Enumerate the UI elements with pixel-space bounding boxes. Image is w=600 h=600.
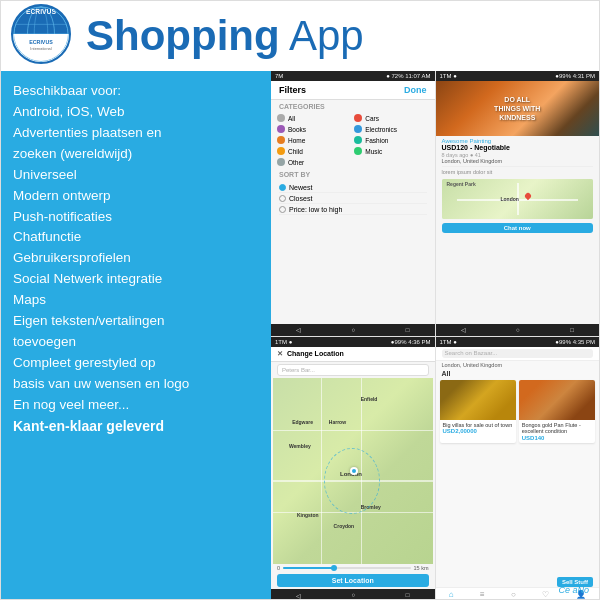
location-header: ✕ Change Location	[271, 347, 435, 362]
cat-home[interactable]: Home	[277, 136, 351, 144]
listing-card-info-2: Bongos gold Pan Flute - excellent condit…	[519, 420, 595, 443]
title-normal: App	[280, 12, 364, 59]
location-search-bar[interactable]: Peters Bar...	[277, 364, 429, 376]
phone-nav-2: ◁ ○ □	[436, 324, 600, 336]
cat-books[interactable]: Books	[277, 125, 351, 133]
range-label: 15 km	[414, 565, 429, 571]
city-kingston: Kingston	[297, 512, 319, 518]
close-icon[interactable]: ✕	[277, 350, 283, 358]
range-slider[interactable]: 0 15 km	[277, 565, 429, 571]
map-road-4	[321, 378, 323, 565]
screen-listings-grid: 1TM ● ●99% 4:35 PM Search on Bazaar... L…	[436, 337, 600, 601]
city-harrow: Harrow	[329, 419, 346, 425]
app-container: ECRIVUS ECRIVUS International Shopping A…	[0, 0, 600, 600]
feature-line-13: toevoegen	[13, 332, 259, 353]
map-road-1	[273, 430, 433, 432]
cat-child[interactable]: Child	[277, 147, 351, 155]
title-bold: Shopping	[86, 12, 280, 59]
listing-card-price-1: USD2,00000	[443, 428, 513, 434]
bazaar-search-input[interactable]: Search on Bazaar...	[442, 349, 594, 358]
feature-line-17: Kant-en-klaar geleverd	[13, 416, 259, 438]
cat-cars[interactable]: Cars	[354, 114, 428, 122]
nav-heart-icon[interactable]: ♡	[542, 590, 549, 599]
feature-line-6: Modern ontwerp	[13, 186, 259, 207]
sort-section: Newest Closest Price: low to high	[271, 180, 435, 217]
svg-text:ECRIVUS: ECRIVUS	[26, 7, 57, 14]
nav-home-icon[interactable]: ⌂	[449, 590, 454, 599]
filters-done[interactable]: Done	[404, 85, 427, 95]
feature-line-2: Android, iOS, Web	[13, 102, 259, 123]
logo-container: ECRIVUS ECRIVUS International	[11, 4, 76, 69]
nav-search-icon[interactable]: ○	[511, 590, 516, 599]
filter-header: Filters Done	[271, 81, 435, 100]
listing-card-image-2	[519, 380, 595, 420]
watermark-text: Ce aNo	[558, 585, 589, 595]
feature-line-15: basis van uw wensen en logo	[13, 374, 259, 395]
cat-music[interactable]: Music	[354, 147, 428, 155]
status-bar-1: 7M ● 72% 11:07 AM	[271, 71, 435, 81]
header-title: Shopping App	[86, 15, 364, 57]
location-search-placeholder: Peters Bar...	[282, 367, 315, 373]
sort-by-label: SORT BY	[271, 168, 435, 180]
feature-line-4: zoeken (wereldwijd)	[13, 144, 259, 165]
cat-all[interactable]: All	[277, 114, 351, 122]
categories-label: CATEGORIES	[271, 100, 435, 112]
slider-track[interactable]	[283, 567, 410, 569]
cat-fashion[interactable]: Fashion	[354, 136, 428, 144]
status-bar-4: 1TM ● ●99% 4:35 PM	[436, 337, 600, 347]
slider-fill	[283, 567, 334, 569]
radius-circle	[324, 448, 380, 513]
chat-now-button[interactable]: Chat now	[442, 223, 594, 233]
listing-card-title-2: Bongos gold Pan Flute - excellent condit…	[522, 422, 592, 435]
listing-card-price-2: USD140	[522, 435, 592, 441]
cat-electronics[interactable]: Electronics	[354, 125, 428, 133]
listing-hero-image: DO ALLTHINGS WITHKINDNESS	[436, 81, 600, 136]
feature-line-9: Gebruikersprofielen	[13, 248, 259, 269]
phone-nav-1: ◁ ○ □	[271, 324, 435, 336]
categories-grid: All Cars Books Electronics	[271, 112, 435, 168]
city-edgware: Edgware	[292, 419, 313, 425]
user-location: London, United Kingdom	[436, 361, 600, 369]
feature-line-14: Compleet gerestyled op	[13, 353, 259, 374]
all-listings-label: All	[436, 369, 600, 378]
listings-header: Search on Bazaar...	[436, 347, 600, 361]
map-label-regent: Regent Park	[447, 181, 476, 187]
screen-filters: 7M ● 72% 11:07 AM Filters Done CATEGORIE…	[271, 71, 435, 336]
feature-line-3: Advertenties plaatsen en	[13, 123, 259, 144]
nav-menu-icon[interactable]: ≡	[480, 590, 485, 599]
feature-line-12: Eigen teksten/vertalingen	[13, 311, 259, 332]
filters-title: Filters	[279, 85, 306, 95]
city-enfield: Enfield	[361, 396, 378, 402]
main-content: Beschikbaar voor: Android, iOS, Web Adve…	[1, 71, 599, 600]
sort-price[interactable]: Price: low to high	[279, 204, 427, 215]
set-location-button[interactable]: Set Location	[277, 574, 429, 587]
phone-nav-3: ◁ ○ □	[271, 589, 435, 600]
left-panel: Beschikbaar voor: Android, iOS, Web Adve…	[1, 71, 271, 600]
right-panel: 7M ● 72% 11:07 AM Filters Done CATEGORIE…	[271, 71, 599, 600]
map-background: Regent Park London	[442, 179, 594, 219]
sort-newest[interactable]: Newest	[279, 182, 427, 193]
listing-card-info-1: Big villas for sale out of town USD2,000…	[440, 420, 516, 437]
location-map[interactable]: Enfield Edgware Wembley Harrow London Br…	[273, 378, 433, 565]
globe-icon: ECRIVUS ECRIVUS International	[12, 6, 70, 62]
listing-card-title-1: Big villas for sale out of town	[443, 422, 513, 429]
logo-circle: ECRIVUS ECRIVUS International	[11, 4, 71, 64]
slider-thumb	[331, 565, 337, 571]
sort-closest[interactable]: Closest	[279, 193, 427, 204]
header: ECRIVUS ECRIVUS International Shopping A…	[1, 1, 599, 71]
map-section: Regent Park London	[442, 179, 594, 219]
price-title: USD120 - Negotiable	[442, 144, 594, 151]
status-bar-3: 1TM ● ●99% 4:36 PM	[271, 337, 435, 347]
listing-card-2[interactable]: Bongos gold Pan Flute - excellent condit…	[519, 380, 595, 443]
svg-text:ECRIVUS: ECRIVUS	[29, 38, 53, 44]
feature-line-16: En nog veel meer...	[13, 395, 259, 416]
listing-card-1[interactable]: Big villas for sale out of town USD2,000…	[440, 380, 516, 443]
listings-grid: Big villas for sale out of town USD2,000…	[436, 378, 600, 445]
city-wembley: Wembley	[289, 443, 311, 449]
feature-line-5: Universeel	[13, 165, 259, 186]
feature-line-7: Push-notificaties	[13, 207, 259, 228]
city-croydon: Croydon	[334, 523, 355, 529]
cat-other[interactable]: Other	[277, 158, 351, 166]
listing-location: London, United Kingdom	[442, 158, 594, 164]
feature-line-10: Social Netwerk integratie	[13, 269, 259, 290]
